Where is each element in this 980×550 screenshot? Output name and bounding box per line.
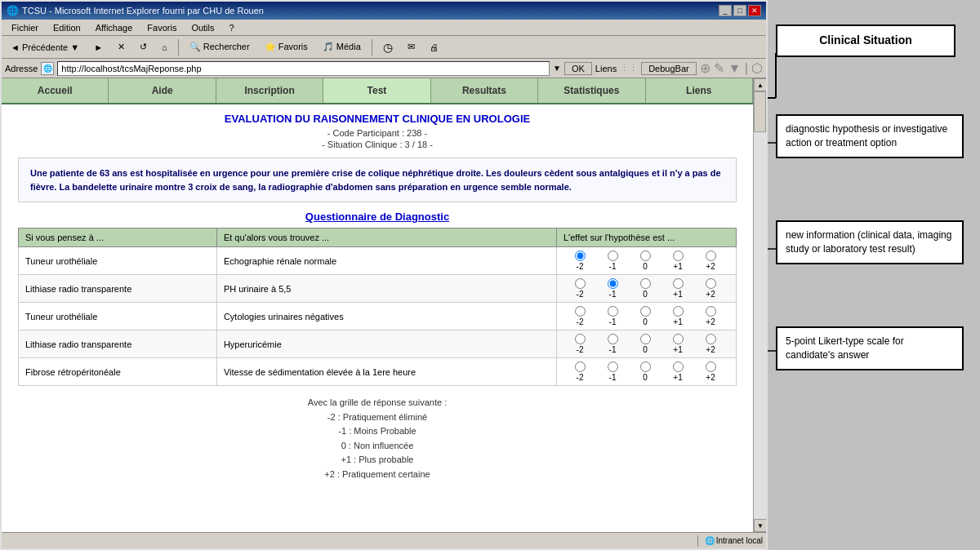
tab-resultats[interactable]: Resultats [431, 78, 538, 103]
print-button[interactable]: 🖨 [424, 38, 444, 56]
finding-1: Echographie rénale normale [216, 247, 556, 275]
radio-4-+1[interactable] [673, 334, 684, 344]
close-button[interactable]: ✕ [748, 5, 761, 16]
tab-test[interactable]: Test [323, 78, 430, 103]
menu-affichage[interactable]: Affichage [89, 21, 140, 34]
address-input[interactable] [57, 61, 550, 76]
radio-5-+2[interactable] [706, 361, 716, 372]
tab-accueil[interactable]: Accueil [2, 78, 109, 103]
menu-edition[interactable]: Edition [47, 21, 87, 34]
table-row: Lithiase radio transparente Hyperuricémi… [19, 330, 737, 358]
stop-button[interactable]: ✕ [112, 38, 131, 56]
window-icon: 🌐 [7, 5, 19, 16]
window-title: TCSU - Microsoft Internet Explorer fourn… [22, 6, 264, 16]
radio-5-+1[interactable] [673, 361, 684, 372]
table-row: Fibrose rétropéritonéale Vitesse de sédi… [19, 358, 737, 386]
menu-favoris[interactable]: Favoris [140, 21, 183, 34]
radio-1--1[interactable] [608, 251, 618, 261]
scrollbar-down-button[interactable]: ▼ [754, 519, 766, 532]
tab-inscription[interactable]: Inscription [216, 78, 323, 103]
page-icon: 🌐 [41, 62, 54, 75]
forward-button[interactable]: ► [88, 38, 109, 56]
addressbar: Adresse 🌐 ▼ OK Liens ⋮⋮ DebugBar ⊕ ✎ ▼ |… [2, 59, 766, 78]
refresh-button[interactable]: ↺ [134, 38, 153, 56]
radio-2-0[interactable] [640, 278, 651, 289]
situation-info: - Situation Clinique : 3 / 18 - [18, 140, 737, 149]
maximize-button[interactable]: □ [733, 5, 746, 16]
footer-item-1: -1 : Moins Probable [18, 424, 737, 439]
annotation-clinical-situation: Clinical Situation [776, 24, 956, 57]
back-button[interactable]: ◄ Précédente ▼ [5, 38, 85, 56]
radio-2--1[interactable] [608, 278, 618, 289]
finding-3: Cytologies urinaires négatives [216, 303, 556, 330]
radio-5--2[interactable] [575, 361, 586, 372]
radio-2-+2[interactable] [706, 278, 716, 289]
radio-3--2[interactable] [575, 306, 586, 317]
tab-statistiques[interactable]: Statistiques [538, 78, 645, 103]
finding-4: Hyperuricémie [216, 330, 556, 358]
scrollbar-track[interactable] [754, 91, 766, 519]
toolbar: ◄ Précédente ▼ ► ✕ ↺ ⌂ 🔍 Rechercher ⭐ Fa… [2, 36, 766, 59]
table-row: Tuneur urothéliale Echographie rénale no… [19, 247, 737, 275]
radio-3--1[interactable] [608, 306, 618, 317]
col-header-hypothesis: Si vous pensez à ... [19, 228, 217, 247]
questionnaire-title: Questionnaire de Diagnostic [18, 211, 737, 223]
participant-code: - Code Participant : 238 - [18, 128, 737, 138]
search-button[interactable]: 🔍 Rechercher [184, 38, 256, 56]
radio-1--2[interactable] [575, 251, 586, 261]
radio-4--2[interactable] [575, 334, 586, 344]
radio-2--2[interactable] [575, 278, 586, 289]
hypothesis-3: Tuneur urothéliale [19, 303, 217, 330]
col-header-effect: L'effet sur l'hypothèse est ... [557, 228, 737, 247]
radio-1-+2[interactable] [706, 251, 716, 261]
address-label: Adresse [5, 64, 38, 73]
scrollbar-thumb[interactable] [754, 91, 766, 132]
scale-4[interactable]: -2 -1 0 +1 +2 [557, 330, 737, 358]
statusbar: 🌐 Intranet local [2, 532, 766, 548]
radio-1-+1[interactable] [673, 251, 684, 261]
menu-fichier[interactable]: Fichier [5, 21, 45, 34]
annotation-panel: Clinical Situation diagnostic hypothesis… [768, 0, 980, 550]
menu-help[interactable]: ? [223, 21, 241, 34]
footer-item-2: 0 : Non influencée [18, 439, 737, 454]
scale-5[interactable]: -2 -1 0 +1 +2 [557, 358, 737, 386]
radio-3-0[interactable] [640, 306, 651, 317]
scale-3[interactable]: -2 -1 0 +1 +2 [557, 303, 737, 330]
scale-2[interactable]: -2 -1 0 +1 +2 [557, 275, 737, 303]
history-button[interactable]: ◷ [377, 38, 399, 56]
window-controls[interactable]: _ □ ✕ [719, 5, 761, 16]
hypothesis-4: Lithiase radio transparente [19, 330, 217, 358]
col-header-finding: Et qu'alors vous trouvez ... [216, 228, 556, 247]
tab-liens[interactable]: Liens [646, 78, 753, 103]
favorites-button[interactable]: ⭐ Favoris [259, 38, 314, 56]
minimize-button[interactable]: _ [719, 5, 732, 16]
annotation-likert: 5-point Likert-type scale for candidate'… [776, 326, 964, 370]
nav-tabs: Accueil Aide Inscription Test Resultats … [2, 78, 753, 104]
radio-3-+2[interactable] [706, 306, 716, 317]
radio-4--1[interactable] [608, 334, 618, 344]
radio-2-+1[interactable] [673, 278, 684, 289]
scrollbar-up-button[interactable]: ▲ [754, 78, 766, 91]
radio-3-+1[interactable] [673, 306, 684, 317]
mail-button[interactable]: ✉ [402, 38, 421, 56]
radio-5-0[interactable] [640, 361, 651, 372]
scale-1[interactable]: -2 -1 0 +1 +2 [557, 247, 737, 275]
radio-4-+2[interactable] [706, 334, 716, 344]
footer-item-0: -2 : Pratiquement éliminé [18, 410, 737, 425]
annotation-diagnostic: diagnostic hypothesis or investigative a… [776, 114, 964, 158]
radio-1-0[interactable] [640, 251, 651, 261]
tab-aide[interactable]: Aide [109, 78, 216, 103]
media-button[interactable]: 🎵 Média [317, 38, 367, 56]
radio-5--1[interactable] [608, 361, 618, 372]
home-button[interactable]: ⌂ [156, 38, 173, 56]
main-section: EVALUATION DU RAISONNEMENT CLINIQUE EN U… [2, 104, 753, 490]
radio-4-0[interactable] [640, 334, 651, 344]
go-button[interactable]: OK [564, 62, 592, 75]
debugbar-button[interactable]: DebugBar [641, 62, 697, 75]
titlebar: 🌐 TCSU - Microsoft Internet Explorer fou… [2, 2, 766, 20]
links-label: Liens [595, 64, 617, 73]
footer-item-4: +2 : Pratiquement certaine [18, 468, 737, 482]
zone-label: Intranet local [716, 536, 763, 545]
vertical-scrollbar[interactable]: ▲ ▼ [753, 78, 766, 532]
menu-outils[interactable]: Outils [185, 21, 220, 34]
